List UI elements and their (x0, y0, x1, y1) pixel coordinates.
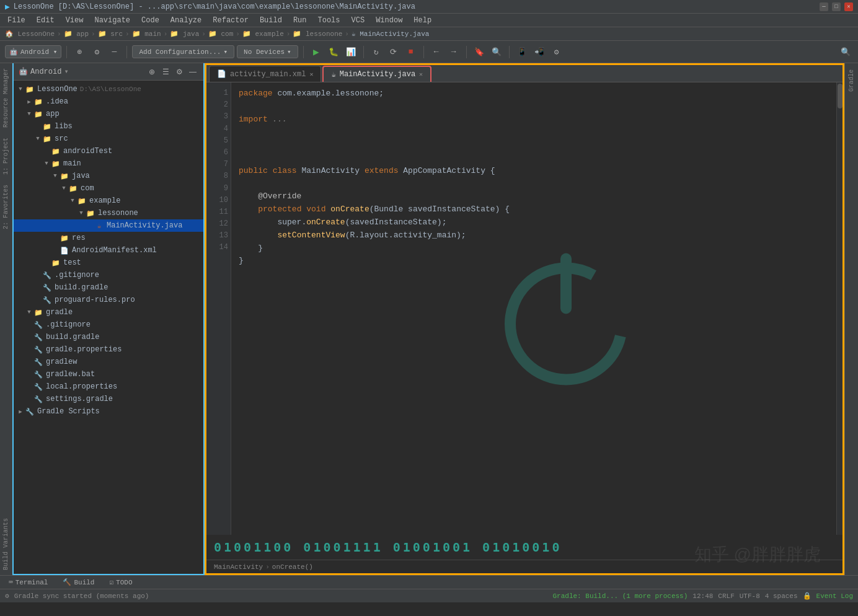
minimize-panel-icon[interactable]: — (107, 45, 122, 59)
debug-button[interactable]: 🐛 (326, 45, 341, 59)
close-button[interactable]: ✕ (844, 2, 853, 11)
project-settings-btn[interactable]: ⚙ (174, 66, 185, 77)
tree-gradle[interactable]: ▼ 📁 gradle (14, 306, 203, 319)
line-ending-status[interactable]: CRLF (718, 592, 734, 600)
maximize-button[interactable]: □ (832, 2, 841, 11)
menu-refactor[interactable]: Refactor (208, 15, 254, 26)
menu-tools[interactable]: Tools (313, 15, 345, 26)
tree-gradleprops[interactable]: 🔧 gradle.properties (14, 343, 203, 356)
breadcrumb-lessonone-pkg[interactable]: 📁 lessonone (293, 30, 342, 38)
breadcrumb-lessonone[interactable]: 🏠 LessonOne (5, 30, 55, 38)
search-everywhere-icon[interactable]: 🔍 (838, 45, 853, 59)
title-bar-controls[interactable]: ─ □ ✕ (820, 2, 853, 11)
minimize-button[interactable]: ─ (820, 2, 828, 11)
breadcrumb-example[interactable]: 📁 example (242, 30, 284, 38)
menu-analyze[interactable]: Analyze (166, 15, 206, 26)
sync-icon[interactable]: ⊕ (72, 45, 87, 59)
devices-dropdown[interactable]: No Devices ▾ (237, 45, 298, 58)
tree-buildgradle-app[interactable]: 🔧 build.gradle (14, 281, 203, 294)
tree-java[interactable]: ▼ 📁 java (14, 170, 203, 182)
breadcrumb-mainactivity-method[interactable]: MainActivity (214, 563, 263, 571)
menu-code[interactable]: Code (136, 15, 164, 26)
editor-scrollbar-thumb[interactable] (838, 84, 843, 108)
tree-gradlescripts[interactable]: ▶ 🔧 Gradle Scripts (14, 405, 203, 418)
breadcrumb-oncreate-method[interactable]: onCreate() (272, 563, 313, 571)
tab-mainactivity-java[interactable]: ☕ MainActivity.java ✕ (322, 66, 431, 82)
stop-button[interactable]: ■ (404, 45, 418, 59)
menu-vcs[interactable]: VCS (347, 15, 370, 26)
menu-edit[interactable]: Edit (32, 15, 60, 26)
build-variants-tab[interactable]: Build Variants (1, 513, 11, 575)
breadcrumb-main[interactable]: 📁 main (132, 30, 161, 38)
project-filter-btn[interactable]: ☰ (160, 66, 171, 77)
tab-activity-main-xml[interactable]: 📄 activity_main.xml ✕ (209, 66, 321, 82)
editor-scrollbar[interactable] (836, 82, 843, 535)
menu-window[interactable]: Window (371, 15, 407, 26)
android-dropdown[interactable]: 🤖 Android ▾ (5, 45, 61, 58)
tree-androidtest[interactable]: 📁 androidTest (14, 145, 203, 157)
tree-gitignore-app[interactable]: 🔧 .gitignore (14, 269, 203, 281)
reload-button[interactable]: ⟳ (386, 45, 401, 59)
tree-idea[interactable]: ▶ 📁 .idea (14, 95, 203, 108)
breadcrumb-src[interactable]: 📁 src (98, 30, 123, 38)
gradle-build-status[interactable]: Gradle: Build... (1 more process) (552, 592, 688, 600)
gradle-tab[interactable]: Gradle (847, 66, 856, 95)
tree-settingsgradle[interactable]: 🔧 settings.gradle (14, 393, 203, 405)
tree-main[interactable]: ▼ 📁 main (14, 157, 203, 170)
tree-example[interactable]: ▼ 📁 example (14, 195, 203, 207)
project-close-btn[interactable]: — (187, 66, 198, 77)
project-tab[interactable]: 1: Project (1, 133, 11, 180)
forward-button[interactable]: → (446, 45, 461, 59)
tree-mainactivity[interactable]: ☕ MainActivity.java (14, 219, 203, 232)
breadcrumb-app[interactable]: 📁 app (64, 30, 89, 38)
menu-file[interactable]: File (2, 15, 30, 26)
terminal-tab[interactable]: ⌨ Terminal (2, 577, 54, 587)
code-content[interactable]: package com.example.lessonone; import ..… (231, 82, 836, 535)
project-sync-btn[interactable]: ⊕ (146, 66, 157, 77)
resource-manager-tab[interactable]: Resource Manager (1, 63, 11, 133)
tree-test[interactable]: 📁 test (14, 257, 203, 269)
tree-localprops[interactable]: 🔧 local.properties (14, 381, 203, 393)
run-button[interactable]: ▶ (309, 45, 324, 59)
tree-res[interactable]: 📁 res (14, 232, 203, 244)
todo-tab[interactable]: ☑ TODO (103, 577, 138, 587)
tree-proguard[interactable]: 🔧 proguard-rules.pro (14, 294, 203, 306)
tree-buildgradle-root[interactable]: 🔧 build.gradle (14, 331, 203, 343)
favorites-tab[interactable]: 2: Favorites (1, 180, 11, 234)
tree-libs[interactable]: 📁 libs (14, 120, 203, 133)
close-tab-activity-main[interactable]: ✕ (309, 71, 313, 78)
add-configuration-button[interactable]: Add Configuration... ▾ (132, 45, 234, 58)
xml-androidmanifest-icon: 📄 (60, 245, 69, 255)
settings-icon[interactable]: ⚙ (89, 45, 104, 59)
menu-help[interactable]: Help (409, 15, 436, 26)
close-tab-mainactivity[interactable]: ✕ (419, 71, 423, 78)
tree-gradlewbat[interactable]: 🔧 gradlew.bat (14, 368, 203, 381)
menu-build[interactable]: Build (255, 15, 287, 26)
tree-app[interactable]: ▼ 📁 app (14, 108, 203, 120)
bookmark-button[interactable]: 🔖 (472, 45, 487, 59)
settings2-icon[interactable]: ⚙ (549, 45, 564, 59)
menu-run[interactable]: Run (288, 15, 312, 26)
menu-view[interactable]: View (61, 15, 89, 26)
sdk-manager-icon[interactable]: 📱 (515, 45, 529, 59)
tree-src[interactable]: ▼ 📁 src (14, 133, 203, 145)
breadcrumb-com[interactable]: 📁 com (208, 30, 233, 38)
menu-navigate[interactable]: Navigate (89, 15, 135, 26)
back-button[interactable]: ← (429, 45, 444, 59)
tree-androidmanifest[interactable]: 📄 AndroidManifest.xml (14, 244, 203, 257)
build-tab[interactable]: 🔨 Build (56, 577, 100, 587)
event-log-status[interactable]: Event Log (816, 592, 853, 600)
breadcrumb-mainactivity[interactable]: ☕ MainActivity.java (352, 30, 429, 38)
sync-button[interactable]: ↻ (369, 45, 384, 59)
avd-manager-icon[interactable]: 📲 (532, 45, 547, 59)
tree-lessonone-pkg[interactable]: ▼ 📁 lessonone (14, 207, 203, 219)
tree-gitignore-root[interactable]: 🔧 .gitignore (14, 319, 203, 331)
encoding-status[interactable]: UTF-8 (740, 592, 760, 600)
profile-button[interactable]: 📊 (343, 45, 358, 59)
find-button[interactable]: 🔍 (489, 45, 504, 59)
tree-gradlew[interactable]: 🔧 gradlew (14, 356, 203, 368)
tree-lessonone[interactable]: ▼ 📁 LessonOne D:\AS\LessonOne (14, 83, 203, 95)
breadcrumb-java[interactable]: 📁 java (170, 30, 199, 38)
tree-com[interactable]: ▼ 📁 com (14, 182, 203, 195)
indent-status[interactable]: 4 spaces (765, 592, 798, 600)
